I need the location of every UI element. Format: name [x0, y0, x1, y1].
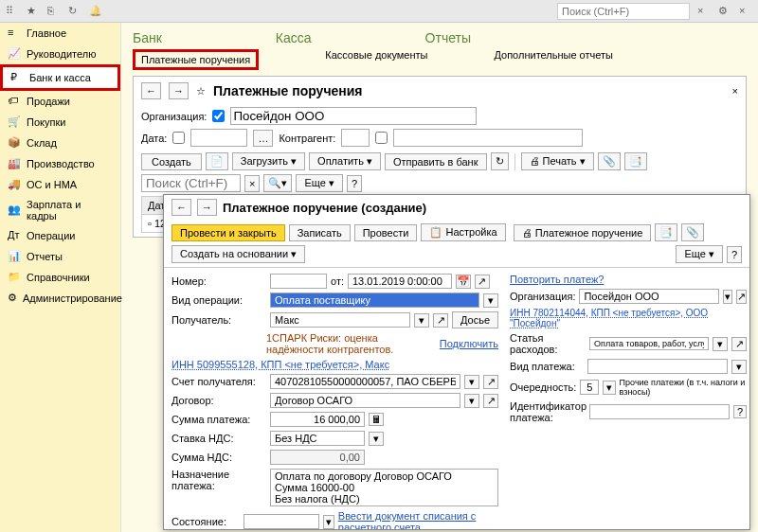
extra-filter-input[interactable]: [393, 129, 583, 147]
attach-button[interactable]: 📎: [598, 152, 621, 170]
bell-icon[interactable]: 🔔: [89, 5, 102, 18]
sidebar-item-purchases[interactable]: 🛒 Покупки: [0, 112, 120, 133]
state-link[interactable]: Ввести документ списания с расчетного сч…: [338, 510, 498, 530]
sidebar-item-bank[interactable]: ₽ Банк и касса: [0, 64, 120, 91]
repeat-link[interactable]: Повторить платеж?: [510, 274, 604, 285]
search-button[interactable]: 🔍▾: [263, 174, 292, 192]
print-doc-button[interactable]: 🖨 Платежное поручение: [514, 224, 652, 241]
paytype-input[interactable]: [587, 359, 728, 374]
open-icon[interactable]: ↗: [475, 275, 490, 289]
modal-more-button[interactable]: Еще ▾: [676, 245, 722, 263]
org-open-icon[interactable]: ↗: [736, 290, 747, 304]
order-dropdown-icon[interactable]: ▾: [603, 381, 615, 395]
pay-button[interactable]: Оплатить ▾: [309, 152, 381, 170]
close-app-icon[interactable]: ×: [739, 5, 752, 18]
payee-dropdown-icon[interactable]: ▾: [414, 313, 429, 328]
state-input[interactable]: [244, 514, 319, 529]
copy-button[interactable]: 📄: [206, 152, 228, 170]
edo-button[interactable]: 📑: [624, 152, 647, 170]
payid-help-icon[interactable]: ?: [733, 405, 747, 418]
op-input[interactable]: [270, 293, 479, 308]
contract-dropdown-icon[interactable]: ▾: [464, 394, 479, 408]
sidebar-item-manager[interactable]: 📈 Руководителю: [0, 44, 120, 64]
send-bank-button[interactable]: Отправить в банк: [385, 153, 487, 170]
link-payment-orders[interactable]: Платежные поручения: [133, 49, 259, 70]
payee-open-icon[interactable]: ↗: [433, 313, 448, 328]
date-filter-checkbox[interactable]: [172, 132, 185, 144]
modal-attach-button[interactable]: 📎: [681, 223, 704, 241]
print-button[interactable]: 🖨 Печать ▾: [521, 152, 594, 170]
sidebar-item-reports[interactable]: 📊 Отчеты: [0, 246, 120, 267]
op-dropdown-icon[interactable]: ▾: [483, 293, 498, 308]
sidebar-item-sales[interactable]: 🏷 Продажи: [0, 91, 120, 112]
help-button[interactable]: ?: [347, 175, 362, 192]
sidebar-item-assets[interactable]: 🚚 ОС и НМА: [0, 174, 120, 195]
exp-dropdown-icon[interactable]: ▾: [713, 337, 728, 351]
order-input[interactable]: [580, 380, 599, 395]
copy-icon[interactable]: ⎘: [47, 5, 61, 18]
calc-icon[interactable]: 🖩: [369, 413, 384, 426]
date-picker-button[interactable]: …: [253, 130, 273, 147]
date-input[interactable]: [348, 274, 452, 289]
clock-icon[interactable]: ↻: [68, 5, 81, 18]
acct-input[interactable]: [270, 374, 460, 389]
save-button[interactable]: Записать: [289, 224, 351, 241]
settings-button[interactable]: 📋 Настройка: [421, 223, 505, 241]
grid-icon[interactable]: ⠿: [6, 5, 19, 18]
create-by-button[interactable]: Создать на основании ▾: [171, 245, 305, 263]
sum-input[interactable]: [270, 412, 365, 427]
contract-input[interactable]: [270, 393, 460, 408]
org-dropdown-icon[interactable]: ▾: [723, 290, 732, 304]
contragent-filter-input[interactable]: [341, 129, 370, 147]
purpose-textarea[interactable]: [270, 469, 498, 506]
payid-input[interactable]: [589, 404, 730, 419]
acct-open-icon[interactable]: ↗: [483, 375, 498, 389]
spark-link[interactable]: Подключить: [440, 338, 498, 349]
load-button[interactable]: Загрузить ▾: [232, 152, 305, 170]
modal-help-button[interactable]: ?: [727, 246, 742, 263]
create-button[interactable]: Создать: [141, 153, 202, 170]
num-input[interactable]: [270, 274, 327, 289]
nav-back-button[interactable]: ←: [141, 82, 161, 99]
gear-icon[interactable]: ⚙: [718, 5, 731, 18]
star-icon[interactable]: ★: [27, 5, 40, 18]
org-details-link[interactable]: ИНН 7802114044, КПП <не требуется>, ООО …: [510, 308, 747, 328]
org-filter-input[interactable]: [230, 107, 477, 125]
sidebar-item-hr[interactable]: 👥 Зарплата и кадры: [0, 195, 120, 225]
star-icon[interactable]: ☆: [196, 85, 206, 98]
modal-fwd-button[interactable]: →: [197, 199, 217, 216]
sidebar-item-main[interactable]: ≡ Главное: [0, 23, 120, 44]
close-icon[interactable]: ×: [732, 85, 738, 97]
state-dropdown-icon[interactable]: ▾: [323, 515, 334, 529]
paytype-dropdown-icon[interactable]: ▾: [731, 360, 747, 374]
org-filter-checkbox[interactable]: [212, 110, 225, 122]
sidebar-item-warehouse[interactable]: 📦 Склад: [0, 133, 120, 153]
vat-input[interactable]: [270, 431, 365, 446]
exp-input[interactable]: [589, 337, 709, 350]
payee-input[interactable]: [270, 312, 410, 328]
date-filter-input[interactable]: [190, 129, 247, 147]
link-extra-reports[interactable]: Дополнительные отчеты: [494, 49, 612, 70]
list-search-input[interactable]: [141, 174, 241, 192]
modal-back-button[interactable]: ←: [171, 199, 191, 216]
nav-fwd-button[interactable]: →: [169, 82, 189, 99]
more-button[interactable]: Еще ▾: [296, 174, 342, 192]
link-cash-docs[interactable]: Кассовые документы: [325, 49, 427, 70]
modal-org-input[interactable]: [579, 289, 719, 304]
extra-filter-checkbox[interactable]: [375, 132, 388, 144]
close-icon[interactable]: ×: [697, 5, 711, 18]
modal-edo-button[interactable]: 📑: [655, 223, 677, 241]
contract-open-icon[interactable]: ↗: [483, 394, 498, 408]
global-search-input[interactable]: [557, 3, 690, 20]
calendar-icon[interactable]: 📅: [456, 275, 471, 289]
acct-dropdown-icon[interactable]: ▾: [464, 375, 479, 389]
post-close-button[interactable]: Провести и закрыть: [171, 224, 285, 241]
dossier-button[interactable]: Досье: [452, 311, 498, 328]
sidebar-item-operations[interactable]: Дт Операции: [0, 225, 120, 246]
sidebar-item-production[interactable]: 🏭 Производство: [0, 153, 120, 174]
payee-details-link[interactable]: ИНН 5099555128, КПП <не требуется>, Макс: [171, 359, 389, 370]
sidebar-item-admin[interactable]: ⚙ Администрирование: [0, 288, 120, 309]
search-clear-button[interactable]: ×: [244, 175, 260, 192]
vat-dropdown-icon[interactable]: ▾: [369, 432, 384, 446]
post-button[interactable]: Провести: [354, 224, 418, 241]
